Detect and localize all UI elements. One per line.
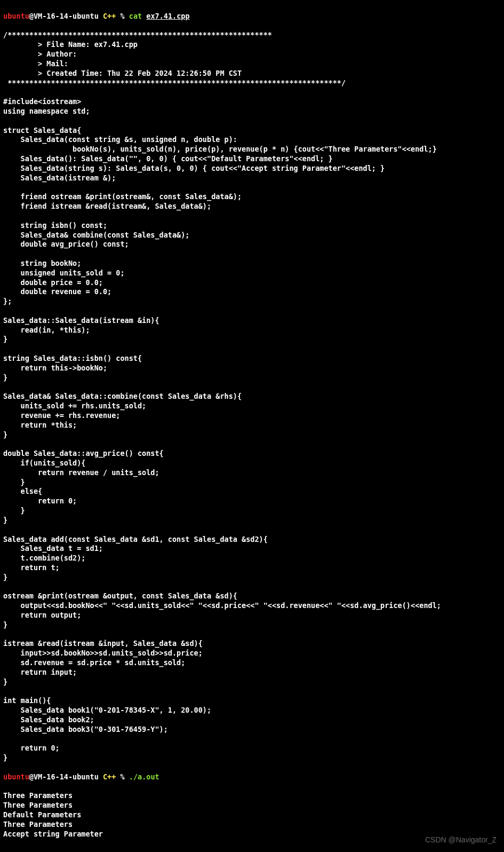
prompt-sep: % xyxy=(120,772,129,781)
program-output: Three Parameters Three Parameters Defaul… xyxy=(3,791,501,839)
prompt-at: @ xyxy=(29,12,34,20)
prompt-lang: C++ xyxy=(99,772,121,781)
cmd-cat-arg: ex7.41.cpp xyxy=(146,12,189,20)
prompt-lang: C++ xyxy=(99,12,121,20)
source-code-output: /***************************************… xyxy=(3,30,501,763)
prompt-host: VM-16-14-ubuntu xyxy=(34,772,99,781)
prompt-line-2: ubuntu@VM-16-14-ubuntu C++ % ./a.out xyxy=(3,772,501,782)
prompt-host: VM-16-14-ubuntu xyxy=(34,12,99,20)
prompt-at: @ xyxy=(29,772,34,781)
prompt-sep: % xyxy=(120,12,129,20)
cmd-cat: cat xyxy=(129,12,147,20)
prompt-user: ubuntu xyxy=(3,12,29,20)
prompt-user: ubuntu xyxy=(3,772,29,781)
prompt-line-1: ubuntu@VM-16-14-ubuntu C++ % cat ex7.41.… xyxy=(3,12,501,21)
cmd-run: ./a.out xyxy=(129,772,159,781)
terminal[interactable]: ubuntu@VM-16-14-ubuntu C++ % cat ex7.41.… xyxy=(0,0,504,850)
